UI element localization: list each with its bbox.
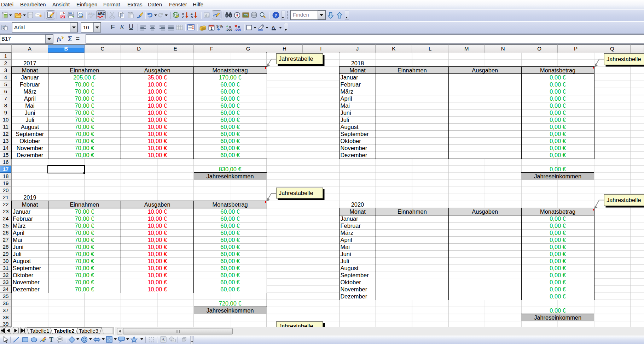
svg-text:T: T xyxy=(49,336,53,343)
svg-text:A: A xyxy=(162,337,165,342)
